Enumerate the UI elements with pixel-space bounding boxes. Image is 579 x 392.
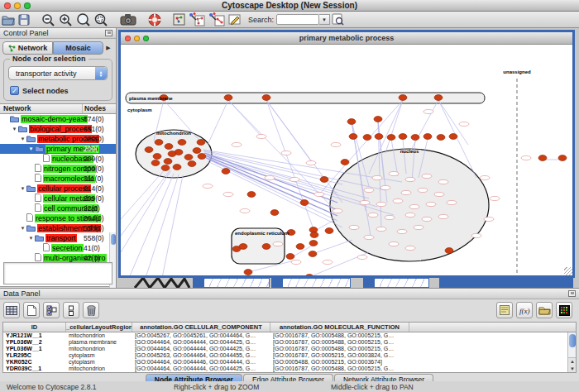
node-label[interactable] (438, 214, 448, 218)
edge[interactable] (208, 100, 228, 145)
node[interactable] (310, 232, 318, 238)
node-label[interactable] (389, 241, 399, 246)
node[interactable] (309, 241, 318, 246)
help-icon[interactable] (148, 12, 161, 27)
node-label[interactable] (256, 134, 266, 138)
node[interactable] (151, 160, 160, 166)
node-label[interactable] (490, 196, 500, 200)
notes-icon[interactable] (496, 302, 513, 318)
save-icon[interactable] (18, 12, 30, 27)
node-label[interactable] (385, 215, 395, 219)
background-window-edge[interactable] (363, 278, 374, 288)
node[interactable] (262, 244, 270, 250)
node-label[interactable] (405, 213, 415, 217)
more-tabs-icon[interactable]: ▶ (103, 41, 113, 55)
tree-item[interactable]: ▼cellular process614(0) (0, 184, 116, 194)
node-label[interactable] (521, 155, 531, 160)
node-label[interactable] (281, 151, 291, 155)
node-label[interactable] (480, 175, 490, 179)
node[interactable] (309, 251, 317, 257)
node-label[interactable] (223, 192, 233, 196)
edge[interactable] (146, 174, 179, 275)
node-label[interactable] (368, 213, 378, 217)
node-label[interactable] (405, 246, 415, 250)
node[interactable] (387, 135, 395, 141)
node-label[interactable] (389, 171, 399, 175)
node[interactable] (449, 134, 457, 140)
node-label[interactable] (484, 217, 494, 221)
node[interactable] (300, 200, 309, 206)
tab-mosaic[interactable]: Mosaic (53, 41, 103, 55)
background-window-edge[interactable] (271, 278, 282, 288)
edge[interactable] (121, 168, 166, 219)
zoom-out-icon[interactable] (41, 12, 55, 27)
attribute-pair-icon[interactable] (63, 302, 79, 318)
tree-item[interactable]: nucleobase-209(0) (0, 154, 116, 164)
table-column-header[interactable]: annotation.GO MOLECULAR_FUNCTION (270, 323, 409, 332)
node[interactable] (262, 95, 270, 101)
node[interactable] (247, 192, 256, 198)
tree-item[interactable]: ▼primary metabo209( (0, 144, 116, 154)
table-row[interactable]: YKR052Ccytoplasm[GO:0044464, GO:0044446,… (3, 359, 576, 366)
node[interactable] (399, 95, 407, 101)
node[interactable] (411, 135, 419, 141)
table-row[interactable]: YLR295Ccytoplasm[GO:0045263, GO:0044464,… (3, 352, 576, 359)
node-label[interactable] (265, 175, 275, 179)
node[interactable] (173, 165, 181, 170)
node-label[interactable] (393, 198, 403, 203)
node[interactable] (270, 210, 279, 216)
node-label[interactable] (333, 208, 342, 213)
table-scrollbar[interactable]: ▲▼ (567, 332, 576, 372)
node[interactable] (224, 95, 232, 101)
import-attributes-icon[interactable] (536, 302, 553, 318)
background-window-thumb[interactable] (374, 278, 429, 288)
edge-bundle[interactable] (205, 155, 336, 209)
tree-item[interactable]: ▼metabolic process280(0) (0, 134, 116, 144)
node-color-dropdown[interactable]: transporter activity ▲▼ (8, 66, 108, 80)
node-label[interactable] (203, 184, 213, 188)
node-label[interactable] (422, 217, 432, 221)
node-label[interactable] (331, 142, 341, 146)
node[interactable] (363, 135, 371, 141)
node-label[interactable] (364, 235, 374, 239)
delete-attribute-icon[interactable] (83, 302, 99, 318)
background-window-thumb[interactable] (203, 278, 270, 288)
node[interactable] (375, 134, 383, 140)
node-label[interactable] (232, 142, 242, 146)
node-label[interactable] (314, 192, 324, 196)
node[interactable] (178, 140, 186, 146)
node-label[interactable] (357, 255, 367, 259)
plasma-membrane-region[interactable] (126, 93, 485, 103)
node[interactable] (165, 144, 173, 150)
node[interactable] (347, 119, 356, 125)
node[interactable] (198, 154, 206, 160)
node[interactable] (423, 134, 432, 140)
node[interactable] (239, 244, 247, 250)
node-label[interactable] (360, 200, 370, 204)
node[interactable] (374, 117, 382, 122)
tree-item[interactable]: nitrogen compo209(0) (0, 164, 116, 174)
node[interactable] (197, 140, 205, 146)
node-label[interactable] (459, 122, 469, 126)
select-attributes-icon[interactable] (3, 302, 20, 318)
snapshot-icon[interactable] (120, 12, 136, 27)
formula-builder-icon[interactable]: f(x) (516, 302, 533, 318)
node[interactable] (164, 159, 172, 165)
zoom-selected-icon[interactable] (94, 12, 108, 27)
node[interactable] (222, 169, 230, 174)
network-canvas[interactable]: plasma membranecytoplasmmitochondrionnuc… (121, 45, 572, 275)
new-network-from-selected-nodes-icon[interactable] (189, 12, 205, 27)
tree-item[interactable]: ▼biological_process651(0) (0, 124, 116, 134)
node-label[interactable] (471, 233, 481, 237)
search-input[interactable] (276, 14, 319, 25)
node[interactable] (437, 135, 445, 141)
edge[interactable] (162, 175, 183, 275)
node-label[interactable] (372, 175, 382, 179)
node[interactable] (320, 177, 328, 183)
node-label[interactable] (405, 177, 415, 181)
edge[interactable] (313, 240, 352, 254)
node-label[interactable] (376, 202, 386, 206)
table-scroll-arrows[interactable]: ▲▼ (568, 357, 577, 372)
zoom-fit-icon[interactable] (76, 12, 91, 27)
node[interactable] (286, 254, 294, 260)
